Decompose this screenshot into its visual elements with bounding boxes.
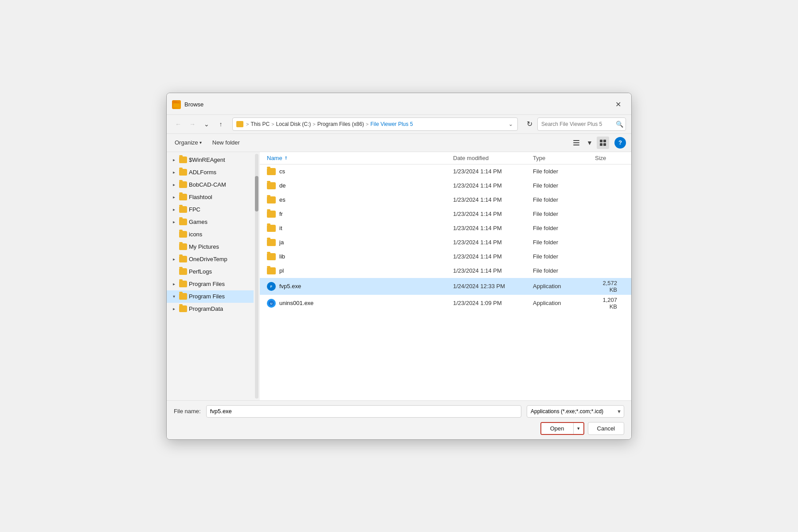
folder-icon xyxy=(179,169,187,176)
folder-icon xyxy=(179,243,187,250)
view-details-arrow[interactable]: ▼ xyxy=(583,137,596,149)
table-row[interactable]: lib 1/23/2024 1:14 PM File folder xyxy=(260,250,631,264)
organize-arrow: ▾ xyxy=(200,140,202,145)
back-button[interactable]: ← xyxy=(172,118,184,130)
search-button[interactable]: 🔍 xyxy=(616,121,623,128)
table-row[interactable]: de 1/23/2024 1:14 PM File folder xyxy=(260,179,631,193)
chevron-icon: ▸ xyxy=(170,207,177,212)
sidebar-item-Games[interactable]: ▸ Games xyxy=(167,216,254,228)
file-name-cell: F fvp5.exe xyxy=(263,280,450,293)
search-input[interactable] xyxy=(537,117,626,131)
table-row-fvp5[interactable]: F fvp5.exe 1/24/2024 12:33 PM Applicatio… xyxy=(260,278,631,295)
table-row[interactable]: ja 1/23/2024 1:14 PM File folder xyxy=(260,235,631,250)
table-row[interactable]: it 1/23/2024 1:14 PM File folder xyxy=(260,221,631,235)
svg-text:F: F xyxy=(270,285,273,288)
folder-icon xyxy=(267,168,276,175)
folder-icon xyxy=(179,281,187,287)
sidebar-item-OneDriveTemp[interactable]: ▸ OneDriveTemp xyxy=(167,253,254,266)
path-sep-4: > xyxy=(366,121,368,127)
sidebar-label: Program Files xyxy=(189,281,225,287)
new-folder-button[interactable]: New folder xyxy=(210,138,243,147)
svg-rect-2 xyxy=(174,102,177,103)
address-bar[interactable]: > This PC > Local Disk (C:) > Program Fi… xyxy=(232,117,518,131)
address-dropdown-button[interactable]: ⌄ xyxy=(508,120,514,128)
folder-icon xyxy=(179,206,187,213)
file-name-cell: lib xyxy=(263,251,450,262)
column-size[interactable]: Size xyxy=(591,152,628,164)
help-button[interactable]: ? xyxy=(614,137,626,149)
chevron-icon: ▸ xyxy=(170,195,177,200)
path-sep-3: > xyxy=(313,121,315,127)
svg-rect-3 xyxy=(573,140,579,141)
scrollbar-thumb[interactable] xyxy=(255,176,258,211)
sidebar-item-ProgramFilesX86[interactable]: ▾ Program Files xyxy=(167,290,254,303)
sidebar-item-ProgramData[interactable]: ▸ ProgramData xyxy=(167,303,254,315)
sidebar-item-ADLForms[interactable]: ▸ ADLForms xyxy=(167,166,254,179)
file-size xyxy=(591,269,628,273)
open-dropdown-button[interactable]: ▾ xyxy=(573,423,583,434)
folder-icon xyxy=(179,293,187,300)
sidebar-item-ProgramFiles[interactable]: ▸ Program Files xyxy=(167,278,254,290)
file-label: de xyxy=(279,182,286,189)
file-name-cell: es xyxy=(263,195,450,205)
dropdown-button[interactable]: ⌄ xyxy=(200,118,213,130)
file-type: File folder xyxy=(529,195,591,205)
organize-button[interactable]: Organize ▾ xyxy=(172,138,204,147)
folder-icon xyxy=(267,225,276,232)
sidebar-item-FPC[interactable]: ▸ FPC xyxy=(167,203,254,216)
cancel-button[interactable]: Cancel xyxy=(588,422,624,435)
file-type: File folder xyxy=(529,209,591,219)
filetype-select[interactable]: Applications (*.exe;*.com;*.icd) xyxy=(527,405,624,418)
folder-icon xyxy=(267,211,276,218)
svg-rect-5 xyxy=(573,145,579,145)
folder-icon xyxy=(179,181,187,188)
file-type: File folder xyxy=(529,166,591,176)
view-toggle-button[interactable] xyxy=(597,137,609,149)
file-label: ja xyxy=(279,239,284,246)
fvp-icon: F xyxy=(267,282,276,291)
table-row-unins001[interactable]: U unins001.exe 1/23/2024 1:09 PM Applica… xyxy=(260,295,631,312)
refresh-button[interactable]: ↻ xyxy=(523,118,536,130)
sort-arrow: ⇑ xyxy=(284,156,288,160)
folder-icon xyxy=(179,219,187,225)
column-type[interactable]: Type xyxy=(529,152,591,164)
sidebar-item-WinREAgent[interactable]: ▸ $WinREAgent xyxy=(167,154,254,166)
svg-rect-7 xyxy=(603,140,606,142)
sidebar-item-BobCAD[interactable]: ▸ BobCAD-CAM xyxy=(167,179,254,191)
open-button-group: Open ▾ xyxy=(540,422,584,435)
svg-text:U: U xyxy=(270,302,272,305)
file-size xyxy=(591,227,628,230)
file-name-cell: fr xyxy=(263,209,450,219)
path-sep-1: > xyxy=(246,121,249,127)
buttons-row: Open ▾ Cancel xyxy=(174,422,624,435)
file-label: it xyxy=(279,225,282,231)
sidebar-item-PerfLogs[interactable]: ▸ PerfLogs xyxy=(167,266,254,278)
close-button[interactable]: ✕ xyxy=(612,98,624,111)
chevron-icon: ▸ xyxy=(170,282,177,286)
file-label: fr xyxy=(279,211,283,217)
table-row[interactable]: es 1/23/2024 1:14 PM File folder xyxy=(260,193,631,207)
open-button[interactable]: Open xyxy=(541,423,573,434)
sidebar-item-Flashtool[interactable]: ▸ Flashtool xyxy=(167,191,254,203)
sidebar-scrollbar[interactable] xyxy=(254,152,260,400)
file-size: 1,207 KB xyxy=(591,295,628,312)
forward-button[interactable]: → xyxy=(186,118,199,130)
column-name[interactable]: Name ⇑ xyxy=(263,152,450,164)
filename-input[interactable] xyxy=(206,405,521,418)
file-date: 1/23/2024 1:14 PM xyxy=(450,209,529,219)
view-list-button[interactable] xyxy=(570,137,583,149)
table-row[interactable]: pl 1/23/2024 1:14 PM File folder xyxy=(260,264,631,278)
folder-icon xyxy=(179,194,187,200)
sidebar-label: ProgramData xyxy=(189,305,223,312)
file-date: 1/23/2024 1:14 PM xyxy=(450,266,529,276)
table-row[interactable]: cs 1/23/2024 1:14 PM File folder xyxy=(260,164,631,179)
sidebar-item-MyPictures[interactable]: ▸ My Pictures xyxy=(167,241,254,253)
file-date: 1/23/2024 1:14 PM xyxy=(450,195,529,205)
column-date[interactable]: Date modified xyxy=(450,152,529,164)
sidebar-item-icons[interactable]: ▸ icons xyxy=(167,228,254,241)
file-list-area: Name ⇑ Date modified Type Size cs xyxy=(260,152,631,400)
unins-icon: U xyxy=(267,299,276,308)
table-row[interactable]: fr 1/23/2024 1:14 PM File folder xyxy=(260,207,631,221)
up-button[interactable]: ↑ xyxy=(215,118,227,130)
path-folder-icon xyxy=(236,121,243,127)
